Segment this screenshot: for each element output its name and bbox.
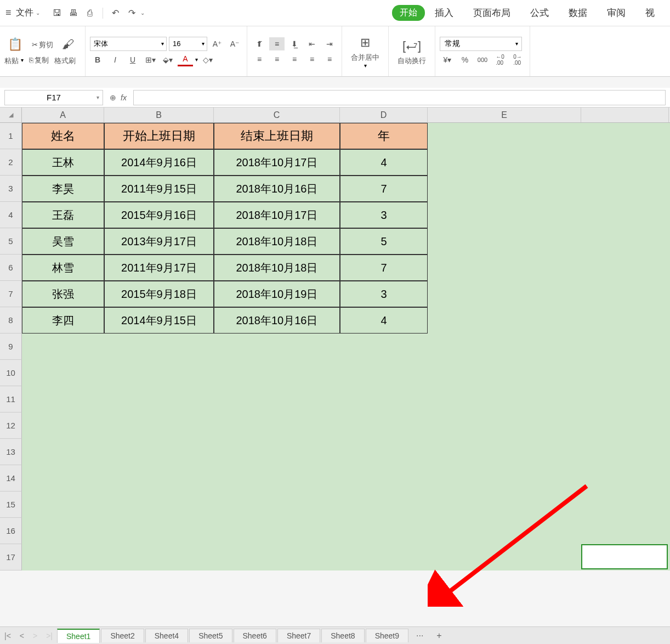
font-color-button[interactable]: A [178,53,193,66]
comma-icon[interactable]: 000 [475,53,490,66]
cell[interactable] [214,439,340,465]
cell[interactable]: 2018年10月17日 [214,149,340,176]
fx-icon[interactable]: ⊕ fx [110,93,127,102]
align-right-icon[interactable]: ≡ [287,53,302,66]
cell[interactable]: 2011年9月17日 [104,255,214,281]
cell[interactable]: 2018年10月19日 [214,281,340,307]
cell[interactable] [214,465,340,492]
save-icon[interactable]: 🖫 [50,6,64,20]
cell[interactable] [581,149,669,176]
cell[interactable] [104,465,214,492]
cell[interactable] [428,518,581,544]
cell[interactable] [428,176,581,202]
cell[interactable] [581,307,669,334]
cell[interactable] [581,202,669,228]
align-left-icon[interactable]: ≡ [252,53,267,66]
sheet-tab[interactable]: Sheet2 [101,629,144,642]
font-size-select[interactable]: 16 [169,37,207,51]
cell[interactable] [22,492,104,518]
select-all-corner[interactable]: ◢ [0,108,22,122]
underline-button[interactable]: U [125,53,140,66]
cell[interactable] [214,334,340,360]
col-header-A[interactable]: A [22,108,104,122]
cell[interactable]: 2018年10月16日 [214,176,340,202]
cell[interactable] [214,492,340,518]
cell[interactable] [340,465,428,492]
cell[interactable] [340,360,428,386]
cell[interactable] [340,544,428,570]
border-button[interactable]: ⊞▾ [143,53,158,66]
cell[interactable]: 2015年9月16日 [104,202,214,228]
ribbon-tab-view[interactable]: 视 [635,2,665,24]
cell[interactable] [581,413,669,439]
ribbon-tab-review[interactable]: 审阅 [597,2,635,24]
cell[interactable] [428,281,581,307]
row-header[interactable]: 14 [0,465,22,492]
wrap-text-button[interactable]: [⮐] 自动换行 [393,37,430,66]
cell[interactable]: 李四 [22,307,104,334]
increase-font-icon[interactable]: A⁺ [209,37,225,50]
cell[interactable]: 2018年10月16日 [214,307,340,334]
cell[interactable] [214,413,340,439]
align-center-icon[interactable]: ≡ [269,53,285,66]
ribbon-tab-layout[interactable]: 页面布局 [463,2,520,24]
cell[interactable] [22,465,104,492]
cell[interactable]: 吴雪 [22,228,104,255]
cell[interactable] [428,492,581,518]
cell[interactable] [428,202,581,228]
cell[interactable]: 姓名 [22,123,104,149]
row-header[interactable]: 17 [0,544,22,570]
sheet-tab[interactable]: Sheet6 [234,629,276,642]
cell[interactable] [104,413,214,439]
chevron-down-icon[interactable]: ⌄ [140,10,145,16]
cell[interactable]: 张强 [22,281,104,307]
cell[interactable] [104,518,214,544]
cell[interactable] [104,360,214,386]
chevron-down-icon[interactable]: ⌄ [36,10,40,16]
row-header[interactable]: 7 [0,281,22,307]
align-bottom-icon[interactable]: ⬇̲ [287,37,302,50]
cell[interactable] [581,123,669,149]
formula-input[interactable] [133,90,666,105]
cell[interactable] [22,518,104,544]
align-top-icon[interactable]: ⬆̄ [252,37,267,50]
col-header-E[interactable]: E [428,108,581,122]
undo-icon[interactable]: ↶ [109,6,123,20]
cell[interactable] [581,334,669,360]
cell[interactable]: 4 [340,149,428,176]
cell[interactable] [340,386,428,413]
cell[interactable]: 结束上班日期 [214,123,340,149]
cell[interactable] [581,492,669,518]
cell[interactable] [104,386,214,413]
cell[interactable] [428,334,581,360]
cell[interactable] [581,518,669,544]
cell[interactable] [22,386,104,413]
cell[interactable] [428,386,581,413]
cell[interactable]: 7 [340,176,428,202]
sheet-tab[interactable]: Sheet5 [189,629,232,642]
cell[interactable]: 王磊 [22,202,104,228]
row-header[interactable]: 9 [0,334,22,360]
redo-icon[interactable]: ↷ [125,6,139,20]
cell[interactable] [581,255,669,281]
decrease-indent-icon[interactable]: ⇤ [304,37,320,50]
cell[interactable] [428,307,581,334]
hamburger-icon[interactable]: ≡ [5,7,12,19]
row-header[interactable]: 5 [0,228,22,255]
sheet-tab[interactable]: Sheet1 [57,629,100,643]
sheet-tab[interactable]: Sheet9 [366,629,408,642]
cell[interactable] [22,360,104,386]
cell[interactable]: 2014年9月16日 [104,149,214,176]
cell[interactable]: 王林 [22,149,104,176]
cell[interactable] [104,334,214,360]
ribbon-tab-formula[interactable]: 公式 [520,2,559,24]
cell[interactable] [581,176,669,202]
col-header-B[interactable]: B [104,108,214,122]
cut-button[interactable]: ✂ 剪切 [29,40,56,50]
row-header[interactable]: 2 [0,149,22,176]
cell[interactable]: 2018年10月18日 [214,228,340,255]
increase-decimal-icon[interactable]: ←0.00 [492,53,508,66]
cell[interactable]: 2011年9月15日 [104,176,214,202]
sheet-nav-next-icon[interactable]: > [29,631,42,640]
col-header-C[interactable]: C [214,108,340,122]
